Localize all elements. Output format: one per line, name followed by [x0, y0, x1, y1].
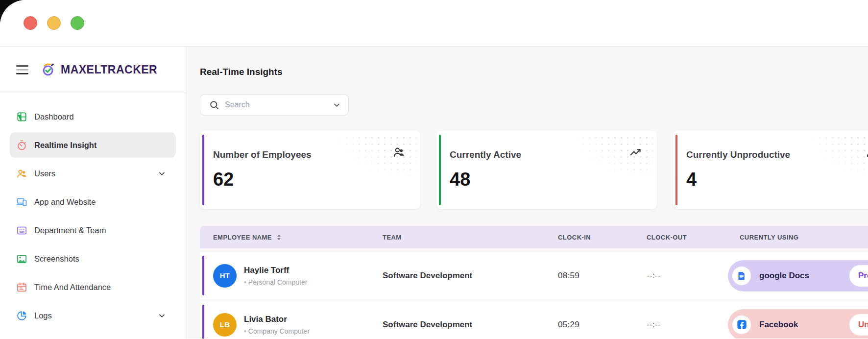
pie-chart-icon	[16, 310, 27, 321]
status-badge: Productive	[849, 265, 868, 287]
employee-cell: LBLivia BatorCompany Computer	[213, 313, 383, 337]
sidebar-item-time-and-attendance[interactable]: Time And Attendance	[10, 274, 176, 300]
sidebar-item-department-team[interactable]: Department & Team	[10, 218, 176, 243]
table-row-haylie-torff: HTHaylie TorffPersonal ComputerSoftware …	[200, 252, 868, 299]
sidebar-item-realtime-insight[interactable]: Realtime Insight	[10, 132, 176, 158]
sidebar-item-label: Realtime Insight	[34, 141, 166, 150]
stat-card-number-of-employees: Number of Employees62	[200, 131, 420, 209]
google-docs-icon	[732, 266, 751, 285]
column-header-label: CURENTLY USING	[740, 234, 798, 241]
column-header-clock-out: CLOCK-OUT	[647, 234, 728, 241]
column-header-team: TEAM	[383, 234, 558, 241]
titlebar	[0, 0, 868, 47]
card-value: 4	[686, 169, 697, 190]
column-header-label: CLOCK-IN	[558, 234, 591, 241]
stat-card-currently-active: Currently Active48	[436, 131, 657, 209]
dot-pattern	[331, 135, 416, 185]
clock-in-cell: 08:59	[558, 271, 647, 281]
sidebar-item-label: Screenshots	[34, 254, 166, 264]
calendar-icon	[16, 282, 27, 293]
sidebar-item-label: Users	[34, 169, 150, 178]
card-accent-bar	[439, 135, 441, 205]
brand-name: MAXELTRACKER	[61, 63, 157, 76]
status-badge: Unproductive	[849, 314, 868, 336]
sidebar-header: MAXELTRACKER	[0, 47, 186, 93]
column-header-label: CLOCK-OUT	[647, 234, 687, 241]
column-header-label: TEAM	[383, 234, 402, 241]
app-window: MAXELTRACKER DashboardRealtime InsightUs…	[0, 0, 868, 339]
traffic-light-close-button[interactable]	[24, 16, 37, 30]
dashboard-grid-icon	[16, 111, 27, 122]
avatar: LB	[213, 313, 237, 337]
row-accent-bar	[202, 305, 204, 339]
clock-out-cell: --:--	[647, 320, 728, 330]
sidebar-item-logs[interactable]: Logs	[10, 303, 176, 328]
stat-card-currently-unproductive: Currently Unproductive4	[673, 131, 868, 209]
card-accent-bar	[202, 135, 204, 205]
devices-icon	[16, 196, 27, 208]
chevron-down-icon	[157, 311, 166, 320]
facebook-icon	[732, 315, 751, 334]
employee-cell: HTHaylie TorffPersonal Computer	[213, 264, 383, 288]
app-name: google Docs	[759, 271, 809, 281]
table-body: HTHaylie TorffPersonal ComputerSoftware …	[200, 252, 868, 339]
currently-using-chip: google DocsProductive	[728, 260, 868, 291]
team-cell: Software Development	[383, 320, 558, 330]
sort-icon[interactable]	[275, 234, 283, 241]
timer-icon	[16, 140, 27, 151]
stat-cards-row: Number of Employees62Currently Active48C…	[200, 131, 868, 209]
dot-pattern	[567, 135, 653, 185]
column-header-clock-in: CLOCK-IN	[558, 234, 647, 241]
card-value: 62	[213, 169, 234, 190]
employee-table: EMPLOYEE NAMETEAMCLOCK-INCLOCK-OUTCURENT…	[200, 226, 868, 339]
app-name: Facebook	[759, 320, 798, 330]
search-input[interactable]	[225, 100, 327, 109]
team-cell: Software Development	[383, 271, 558, 281]
employee-name: Livia Bator	[244, 315, 310, 324]
dot-pattern	[804, 135, 868, 185]
card-label: Number of Employees	[213, 149, 312, 160]
sidebar-item-label: Dashboard	[34, 112, 166, 121]
id-card-icon	[16, 225, 27, 236]
sidebar-item-dashboard[interactable]: Dashboard	[10, 104, 176, 129]
card-accent-bar	[675, 135, 677, 205]
image-icon	[16, 253, 27, 265]
page-title: Real-Time Insights	[200, 67, 868, 77]
sidebar-item-label: App and Website	[34, 197, 166, 207]
maxeltracker-logo-icon	[41, 62, 56, 77]
sidebar-nav: DashboardRealtime InsightUsersApp and We…	[0, 93, 186, 339]
card-label: Currently Active	[450, 149, 521, 160]
clock-out-cell: --:--	[647, 271, 728, 281]
avatar: HT	[213, 264, 237, 288]
main-content: Real-Time Insights Number of Employees62…	[186, 47, 868, 339]
brand-logo: MAXELTRACKER	[41, 62, 157, 77]
column-header-employee-name: EMPLOYEE NAME	[213, 234, 383, 241]
hamburger-menu-icon[interactable]	[16, 65, 28, 75]
table-header-row: EMPLOYEE NAMETEAMCLOCK-INCLOCK-OUTCURENT…	[200, 226, 868, 248]
column-header-curently-using: CURENTLY USING	[728, 234, 868, 241]
sidebar-item-label: Department & Team	[34, 226, 166, 235]
search-icon	[209, 99, 220, 111]
sidebar: MAXELTRACKER DashboardRealtime InsightUs…	[0, 47, 186, 339]
traffic-light-minimize-button[interactable]	[47, 16, 61, 30]
trending-up-icon	[629, 145, 642, 159]
sidebar-item-users[interactable]: Users	[10, 161, 176, 186]
search-box	[200, 94, 349, 116]
card-value: 48	[450, 169, 470, 190]
sidebar-item-label: Time And Attendance	[34, 283, 166, 292]
card-label: Currently Unproductive	[686, 149, 790, 160]
user-x-icon	[866, 145, 868, 159]
sidebar-item-label: Logs	[34, 311, 150, 320]
row-accent-bar	[202, 256, 204, 295]
sidebar-item-productivity-score[interactable]: Productivity Score	[10, 331, 176, 339]
sidebar-item-screenshots[interactable]: Screenshots	[10, 246, 176, 271]
table-row-livia-bator: LBLivia BatorCompany ComputerSoftware De…	[200, 301, 868, 339]
currently-using-chip: FacebookUnproductive	[728, 309, 868, 339]
traffic-light-zoom-button[interactable]	[71, 16, 84, 30]
sidebar-item-app-and-website[interactable]: App and Website	[10, 189, 176, 215]
chevron-down-icon[interactable]	[332, 100, 341, 110]
employee-device: Company Computer	[244, 327, 310, 335]
people-icon	[392, 145, 406, 159]
chevron-down-icon	[157, 169, 166, 178]
employee-device: Personal Computer	[244, 278, 307, 286]
